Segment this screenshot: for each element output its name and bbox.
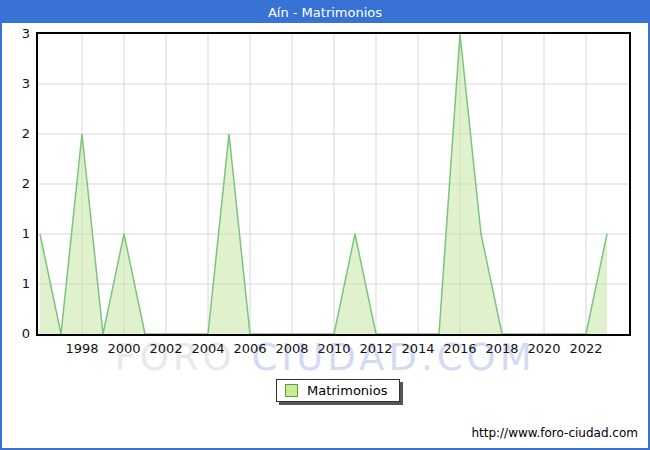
chart-window: Aín - Matrimonios FORO CIUDAD.COM 332211… xyxy=(0,0,650,450)
legend-color-swatch-icon xyxy=(285,384,298,397)
y-tick-label: 0 xyxy=(2,326,30,342)
legend-label: Matrimonios xyxy=(307,383,387,398)
x-tick-label: 2018 xyxy=(485,341,518,357)
x-tick-label: 2004 xyxy=(191,341,224,357)
chart-plot-area xyxy=(36,32,631,336)
y-tick-label: 3 xyxy=(2,26,30,42)
chart-title: Aín - Matrimonios xyxy=(2,2,648,23)
x-tick-label: 2012 xyxy=(359,341,392,357)
y-tick-label: 1 xyxy=(2,226,30,242)
x-tick-label: 2016 xyxy=(443,341,476,357)
x-tick-label: 2014 xyxy=(401,341,434,357)
x-tick-label: 1998 xyxy=(65,341,98,357)
y-tick-label: 3 xyxy=(2,76,30,92)
footer-url: http://www.foro-ciudad.com xyxy=(471,426,638,440)
y-tick-label: 2 xyxy=(2,176,30,192)
chart-canvas xyxy=(38,34,629,334)
x-tick-label: 2010 xyxy=(317,341,350,357)
legend: Matrimonios xyxy=(276,379,400,402)
x-tick-label: 2006 xyxy=(233,341,266,357)
y-tick-label: 2 xyxy=(2,126,30,142)
x-tick-label: 2000 xyxy=(107,341,140,357)
x-tick-label: 2002 xyxy=(149,341,182,357)
x-tick-label: 2022 xyxy=(569,341,602,357)
x-tick-label: 2008 xyxy=(275,341,308,357)
x-tick-label: 2020 xyxy=(527,341,560,357)
y-tick-label: 1 xyxy=(2,276,30,292)
